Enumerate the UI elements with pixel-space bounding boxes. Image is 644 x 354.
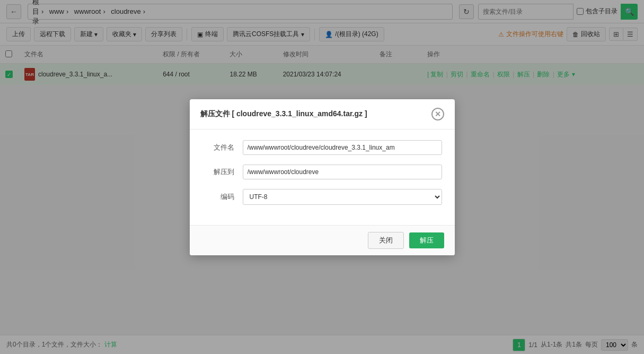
encoding-select[interactable]: UTF-8 GBK GB2312 (243, 189, 442, 205)
modal-close-btn[interactable]: 关闭 (368, 232, 404, 249)
extract-to-input[interactable] (243, 165, 442, 179)
encoding-label: 编码 (202, 192, 234, 202)
modal-overlay: 解压文件 [ cloudreve_3.3.1_linux_amd64.tar.g… (0, 0, 644, 354)
filename-row: 文件名 (202, 140, 442, 155)
modal-footer: 关闭 解压 (190, 225, 455, 255)
filename-input[interactable] (243, 140, 442, 155)
extract-modal: 解压文件 [ cloudreve_3.3.1_linux_amd64.tar.g… (190, 99, 455, 255)
modal-header: 解压文件 [ cloudreve_3.3.1_linux_amd64.tar.g… (190, 99, 455, 129)
filename-label: 文件名 (202, 143, 234, 152)
extract-to-label: 解压到 (202, 167, 234, 177)
modal-extract-btn[interactable]: 解压 (409, 232, 444, 248)
modal-title: 解压文件 [ cloudreve_3.3.1_linux_amd64.tar.g… (200, 109, 367, 119)
close-icon: ✕ (435, 110, 441, 118)
modal-close-button[interactable]: ✕ (431, 108, 444, 120)
modal-body: 文件名 解压到 编码 UTF-8 GBK GB2312 (190, 129, 455, 225)
extract-to-row: 解压到 (202, 165, 442, 179)
encoding-row: 编码 UTF-8 GBK GB2312 (202, 189, 442, 205)
